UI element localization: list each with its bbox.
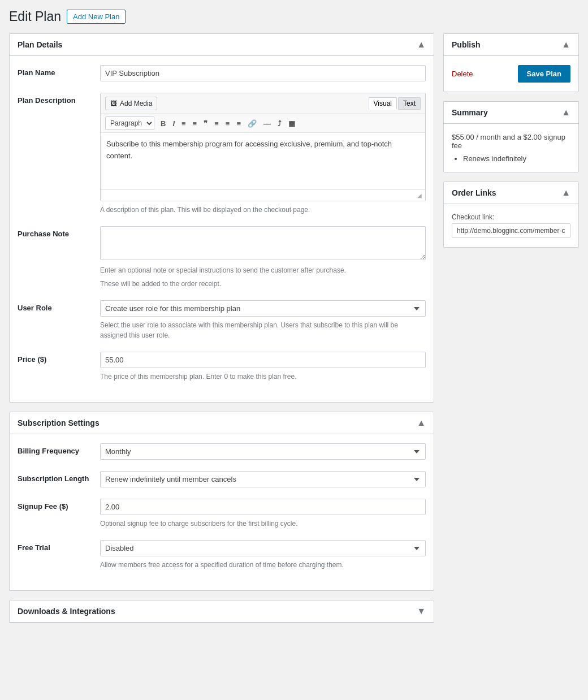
free-trial-select[interactable]: Disabled 1 Week 2 Weeks 1 Month (100, 540, 426, 556)
price-row: Price ($) The price of this membership p… (18, 352, 426, 382)
plan-name-input[interactable] (100, 65, 426, 81)
publish-panel: Publish ▲ Delete Save Plan (443, 33, 579, 92)
downloads-title: Downloads & Integrations (18, 607, 115, 616)
plan-name-label: Plan Name (18, 65, 91, 77)
purchase-note-hint2: These will be added to the order receipt… (100, 279, 426, 289)
summary-toggle-icon[interactable]: ▲ (561, 107, 570, 118)
publish-body: Delete Save Plan (444, 56, 578, 92)
subscription-settings-panel: Subscription Settings ▲ Billing Frequenc… (9, 412, 434, 591)
blockquote-button[interactable]: ❞ (201, 118, 210, 129)
page-title: Edit Plan (9, 9, 61, 24)
user-role-hint: Select the user role to associate with t… (100, 320, 426, 340)
price-field: The price of this membership plan. Enter… (100, 352, 426, 382)
subscription-settings-title: Subscription Settings (18, 418, 100, 427)
free-trial-row: Free Trial Disabled 1 Week 2 Weeks 1 Mon… (18, 540, 426, 570)
order-links-body: Checkout link: (444, 204, 578, 247)
text-tab[interactable]: Text (398, 97, 421, 110)
billing-frequency-row: Billing Frequency Monthly Weekly Annuall… (18, 443, 426, 460)
description-hint: A description of this plan. This will be… (100, 205, 426, 215)
user-role-select[interactable]: Create user role for this membership pla… (100, 300, 426, 317)
editor-toolbar: Paragraph B I ≡ ≡ ❞ ≡ ≡ ≡ 🔗 (101, 114, 425, 133)
plan-description-label: Plan Description (18, 93, 91, 105)
publish-actions: Delete Save Plan (452, 65, 570, 83)
subscription-settings-header: Subscription Settings ▲ (10, 412, 434, 434)
plan-details-title: Plan Details (18, 40, 62, 49)
add-media-button[interactable]: 🖼 Add Media (105, 97, 157, 110)
align-center-button[interactable]: ≡ (223, 118, 233, 129)
table-button[interactable]: ▦ (286, 118, 298, 129)
downloads-header[interactable]: Downloads & Integrations ▼ (10, 600, 434, 623)
align-right-button[interactable]: ≡ (234, 118, 244, 129)
signup-fee-input[interactable] (100, 499, 426, 515)
purchase-note-field: Enter an optional note or special instru… (100, 226, 426, 289)
side-column: Publish ▲ Delete Save Plan Summary ▲ $55… (443, 33, 579, 248)
plan-details-body: Plan Name Plan Description 🖼 Add M (10, 56, 434, 402)
purchase-note-label: Purchase Note (18, 226, 91, 238)
unordered-list-button[interactable]: ≡ (179, 118, 189, 129)
fullscreen-button[interactable]: ⤴ (275, 118, 284, 129)
downloads-panel: Downloads & Integrations ▼ (9, 600, 434, 623)
link-button[interactable]: 🔗 (245, 118, 260, 129)
user-role-field: Create user role for this membership pla… (100, 300, 426, 340)
summary-title: Summary (452, 108, 488, 117)
price-label: Price ($) (18, 352, 91, 364)
free-trial-hint: Allow members free access for a specifie… (100, 560, 426, 570)
add-media-label: Add Media (120, 100, 152, 107)
resize-handle-icon: ◢ (417, 192, 422, 198)
plan-description-field: 🖼 Add Media Visual Text Parag (100, 93, 426, 215)
editor-footer: ◢ (101, 189, 425, 201)
checkout-label: Checkout link: (452, 213, 570, 221)
summary-list-item: Renews indefinitely (463, 154, 570, 163)
subscription-settings-body: Billing Frequency Monthly Weekly Annuall… (10, 434, 434, 590)
subscription-length-select[interactable]: Renew indefinitely until member cancels … (100, 471, 426, 487)
order-links-title: Order Links (452, 188, 496, 197)
signup-fee-field: Optional signup fee to charge subscriber… (100, 499, 426, 529)
visual-text-tabs: Visual Text (369, 97, 421, 110)
plan-description-row: Plan Description 🖼 Add Media Visual T (18, 93, 426, 215)
editor-content[interactable]: Subscribe to this membership program for… (101, 133, 425, 189)
paragraph-select[interactable]: Paragraph (105, 116, 154, 130)
visual-tab[interactable]: Visual (369, 97, 397, 110)
plan-details-panel: Plan Details ▲ Plan Name Plan Descriptio… (9, 33, 434, 403)
subscription-length-row: Subscription Length Renew indefinitely u… (18, 471, 426, 487)
plan-name-field (100, 65, 426, 81)
signup-fee-row: Signup Fee ($) Optional signup fee to ch… (18, 499, 426, 529)
billing-frequency-label: Billing Frequency (18, 443, 91, 455)
subscription-length-field: Renew indefinitely until member cancels … (100, 471, 426, 487)
plan-name-row: Plan Name (18, 65, 426, 81)
add-media-icon: 🖼 (110, 100, 117, 107)
subscription-length-label: Subscription Length (18, 471, 91, 483)
subscription-settings-toggle-icon[interactable]: ▲ (417, 418, 426, 428)
summary-panel: Summary ▲ $55.00 / month and a $2.00 sig… (443, 101, 579, 172)
summary-list: Renews indefinitely (452, 154, 570, 163)
order-links-toggle-icon[interactable]: ▲ (561, 188, 570, 198)
free-trial-field: Disabled 1 Week 2 Weeks 1 Month Allow me… (100, 540, 426, 570)
align-left-button[interactable]: ≡ (211, 118, 222, 129)
add-new-plan-button[interactable]: Add New Plan (67, 10, 126, 24)
plan-details-header: Plan Details ▲ (10, 34, 434, 56)
price-input[interactable] (100, 352, 426, 368)
purchase-note-hint1: Enter an optional note or special instru… (100, 265, 426, 275)
summary-header: Summary ▲ (444, 102, 578, 124)
price-hint: The price of this membership plan. Enter… (100, 371, 426, 382)
horizontal-rule-button[interactable]: — (261, 118, 274, 129)
media-toolbar: 🖼 Add Media Visual Text (101, 93, 425, 114)
summary-body: $55.00 / month and a $2.00 signup fee Re… (444, 124, 578, 172)
publish-toggle-icon[interactable]: ▲ (561, 40, 570, 50)
purchase-note-textarea[interactable] (100, 226, 426, 260)
bold-button[interactable]: B (158, 118, 168, 129)
order-links-panel: Order Links ▲ Checkout link: (443, 182, 579, 248)
italic-button[interactable]: I (170, 118, 178, 129)
summary-price: $55.00 / month and a $2.00 signup fee (452, 133, 570, 150)
main-layout: Plan Details ▲ Plan Name Plan Descriptio… (9, 33, 579, 623)
free-trial-label: Free Trial (18, 540, 91, 552)
save-plan-button[interactable]: Save Plan (518, 65, 570, 83)
publish-header: Publish ▲ (444, 34, 578, 56)
signup-fee-label: Signup Fee ($) (18, 499, 91, 511)
delete-link[interactable]: Delete (452, 70, 473, 78)
plan-details-toggle-icon[interactable]: ▲ (417, 40, 426, 50)
downloads-toggle-icon[interactable]: ▼ (417, 606, 426, 616)
ordered-list-button[interactable]: ≡ (190, 118, 200, 129)
billing-frequency-select[interactable]: Monthly Weekly Annually (100, 443, 426, 460)
checkout-url-input[interactable] (452, 223, 570, 238)
